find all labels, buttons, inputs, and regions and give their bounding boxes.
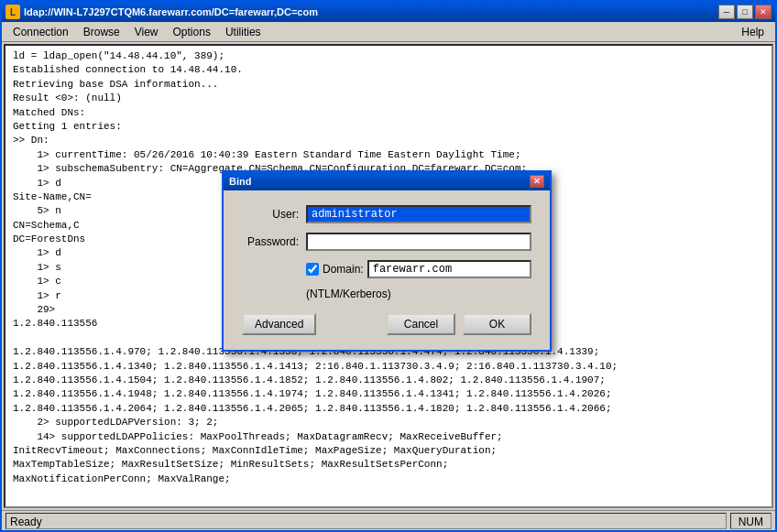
maximize-button[interactable]: □ xyxy=(737,5,753,19)
domain-checkbox-group: Domain: xyxy=(306,260,531,278)
window-controls: ─ □ ✕ xyxy=(718,5,772,19)
user-input[interactable] xyxy=(306,205,531,223)
app-icon: L xyxy=(5,5,20,19)
log-line: >> Dn: xyxy=(13,134,764,147)
main-window: L ldap://WIN-L7J297CTQM6.farewarr.com/DC… xyxy=(0,0,777,532)
domain-label: Domain: xyxy=(323,263,364,276)
log-line: 2> supportedLDAPVersion: 3; 2; xyxy=(13,416,764,429)
log-line: InitRecvTimeout; MaxConnections; MaxConn… xyxy=(13,444,764,458)
log-line: Matched DNs: xyxy=(13,106,764,120)
log-line: Established connection to 14.48.44.10. xyxy=(13,63,764,77)
password-label: Password: xyxy=(242,235,306,248)
log-line: Getting 1 entries: xyxy=(13,120,764,134)
domain-checkbox-row: Domain: xyxy=(242,260,531,278)
menu-bar: Connection Browse View Options Utilities… xyxy=(2,22,775,42)
dialog-title-text: Bind xyxy=(229,176,251,187)
status-bar: Ready NUM xyxy=(2,510,775,530)
log-line: 1.2.840.113556.1.4.1340; 1.2.840.113556.… xyxy=(13,360,764,374)
dialog-title-bar: Bind ✕ xyxy=(224,172,550,190)
domain-input[interactable] xyxy=(367,260,531,278)
log-line: 1.2.840.113556.1.4.1504; 1.2.840.113556.… xyxy=(13,374,764,387)
log-line: 1.2.840.113556.1.4.1948; 1.2.840.113556.… xyxy=(13,387,764,401)
log-line: ld = ldap_open("14.48.44.10", 389); xyxy=(13,49,764,63)
bind-dialog: Bind ✕ User: Password: xyxy=(222,170,552,352)
log-line: MaxTempTableSize; MaxResultSetSize; MinR… xyxy=(13,458,764,472)
ntlm-text: (NTLM/Kerberos) xyxy=(242,288,531,300)
domain-checkbox[interactable] xyxy=(306,263,319,276)
minimize-button[interactable]: ─ xyxy=(718,5,735,19)
log-line: 1> currentTime: 05/26/2016 10:40:39 East… xyxy=(13,148,764,162)
log-line: 14> supportedLDAPPolicies: MaxPoolThread… xyxy=(13,430,764,444)
password-input[interactable] xyxy=(306,233,531,251)
dialog-buttons: Advanced Cancel OK xyxy=(242,313,531,335)
menu-utilities[interactable]: Utilities xyxy=(218,24,268,40)
user-row: User: xyxy=(242,205,531,223)
status-num: NUM xyxy=(730,513,772,529)
title-bar: L ldap://WIN-L7J297CTQM6.farewarr.com/DC… xyxy=(2,2,775,22)
advanced-button[interactable]: Advanced xyxy=(242,313,316,335)
log-line: Retrieving base DSA information... xyxy=(13,78,764,92)
log-line: Result <0>: (null) xyxy=(13,92,764,105)
content-area: ld = ldap_open("14.48.44.10", 389);Estab… xyxy=(2,42,775,510)
password-row: Password: xyxy=(242,233,531,251)
user-label: User: xyxy=(242,208,306,221)
ok-button[interactable]: OK xyxy=(463,313,531,335)
menu-browse[interactable]: Browse xyxy=(76,24,127,40)
dialog-close-button[interactable]: ✕ xyxy=(530,175,544,188)
menu-view[interactable]: View xyxy=(127,24,166,40)
cancel-button[interactable]: Cancel xyxy=(387,313,455,335)
window-title: ldap://WIN-L7J297CTQM6.farewarr.com/DC=f… xyxy=(24,6,718,17)
dialog-body: User: Password: Domain: xyxy=(224,190,550,350)
menu-options[interactable]: Options xyxy=(166,24,218,40)
menu-connection[interactable]: Connection xyxy=(5,24,76,40)
log-line: 1.2.840.113556.1.4.2064; 1.2.840.113556.… xyxy=(13,402,764,416)
log-line: MaxNotificationPerConn; MaxValRange; xyxy=(13,472,764,486)
close-button[interactable]: ✕ xyxy=(755,5,772,19)
status-text: Ready xyxy=(5,513,727,529)
menu-help[interactable]: Help xyxy=(734,24,772,40)
